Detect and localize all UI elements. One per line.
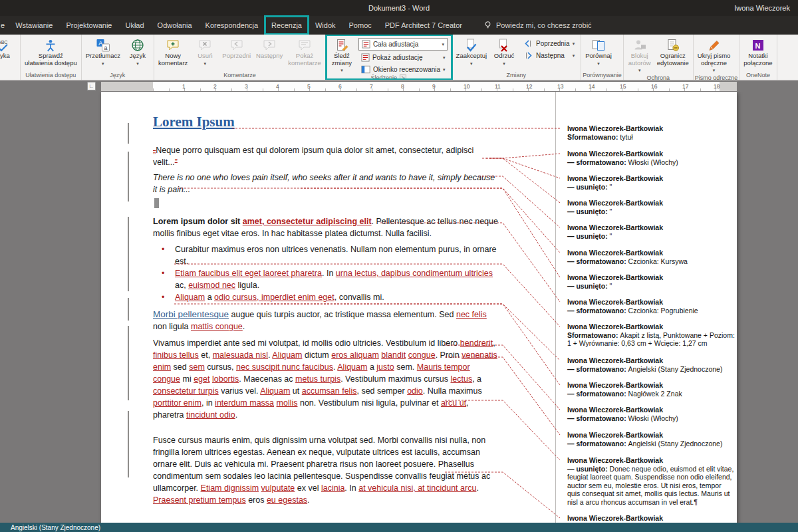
markup-sheet-icon — [361, 53, 370, 62]
tell-me-box[interactable]: Powiedz mi, co chcesz zrobić — [477, 16, 598, 35]
display-for-review-combo[interactable]: Cała adiustacja▾ — [358, 38, 448, 51]
tab-stop-selector[interactable]: ∟ — [87, 82, 96, 90]
tab-pomoc[interactable]: Pomoc — [342, 16, 378, 35]
changed-line-bar — [128, 152, 129, 201]
linked-notes-button[interactable]: NNotatkipołączone — [741, 35, 775, 70]
show-markup-button[interactable]: Pokaż adiustację▾ — [358, 52, 448, 63]
revision-balloon[interactable]: Iwona Wieczorek-Bartkowiak— usunięto: " — [567, 174, 735, 191]
ribbon-group-onenote: NNotatkipołączoneOneNote — [739, 35, 777, 80]
revision-balloon[interactable]: Iwona Wieczorek-Bartkowiak— usunięto: " — [567, 199, 735, 215]
ruler-number: 10 — [464, 83, 469, 90]
ruler-number: 1 — [182, 83, 186, 90]
revision-balloon[interactable]: Iwona Wieczorek-Bartkowiak— usunięto: " — [567, 273, 735, 290]
tab-home-partial[interactable]: e — [0, 16, 9, 35]
dropdown-arrow-icon: ▾ — [597, 61, 600, 68]
bullet-item: Etiam faucibus elit eget laoreet pharetr… — [153, 267, 498, 291]
horizontal-ruler[interactable]: 123456789101112131415161718 — [101, 82, 737, 91]
balloon-text: — sformatowano: Włoski (Włochy) — [567, 414, 735, 423]
spellcheck-icon: ABC — [0, 37, 11, 53]
revision-balloon[interactable]: Iwona Wieczorek-Bartkowiak— usunięto: Do… — [567, 456, 735, 506]
next-change-button[interactable]: Następna▾ — [521, 50, 577, 61]
reviewing-pane-button[interactable]: Okienko recenzowania▾ — [358, 64, 448, 74]
prev-comment-icon — [230, 37, 243, 53]
changed-line-bar — [128, 123, 129, 144]
balloon-author: Iwona Wieczorek-Bartkowiak — [567, 356, 735, 365]
revision-balloon[interactable]: Iwona Wieczorek-Bartkowiak— sformatowano… — [567, 249, 735, 265]
new-comment-button[interactable]: Nowykomentarz — [156, 35, 190, 70]
revision-balloon[interactable]: Iwona Wieczorek-Bartkowiak— sformatowano… — [567, 381, 735, 398]
revision-balloon[interactable]: Iwona Wieczorek-Bartkowiak— usunięto: " — [567, 223, 735, 240]
accept-icon — [465, 37, 478, 53]
balloon-text: Sformatowano: tytuł — [567, 133, 735, 142]
ribbon-group-proofing-partial: ABCtyka — [0, 35, 21, 80]
ruler-number: 17 — [682, 83, 688, 90]
revision-balloon[interactable]: Iwona Wieczorek-Bartkowiak— sformatowano… — [567, 406, 735, 422]
translate-icon: Aa — [96, 37, 110, 53]
hide-ink-icon — [708, 37, 721, 53]
revision-balloon[interactable]: Iwona Wieczorek-Bartkowiak— sformatowano… — [567, 514, 735, 523]
balloon-text: — usunięto: Donec neque odio, euismod et… — [567, 465, 735, 507]
show-comments-button[interactable]: Pokażkomentarze — [285, 35, 324, 70]
balloon-author: Iwona Wieczorek-Bartkowiak — [567, 514, 735, 523]
accept-button[interactable]: Zaakceptuj▾ — [454, 35, 489, 70]
dropdown-arrow-icon: ▾ — [503, 61, 505, 68]
group-label-compare: Porównywanie — [583, 70, 622, 80]
balloon-author: Iwona Wieczorek-Bartkowiak — [567, 381, 735, 390]
balloon-author: Iwona Wieczorek-Bartkowiak — [567, 223, 735, 232]
language-status[interactable]: Angielski (Stany Zjednoczone) — [11, 524, 100, 531]
show-comments-icon — [298, 37, 311, 53]
balloon-text: — usunięto: " — [567, 183, 735, 192]
block-authors-button[interactable]: Blokujautorów▾ — [625, 35, 654, 74]
revision-balloon[interactable]: Iwona Wieczorek-Bartkowiak— sformatowano… — [567, 298, 735, 315]
tab-list: eWstawianieProjektowanieUkładOdwołaniaKo… — [0, 16, 469, 35]
ruler-band: ∟ 123456789101112131415161718 — [0, 80, 798, 92]
tab-projektowanie[interactable]: Projektowanie — [59, 16, 118, 35]
ruler-number: 5 — [307, 83, 311, 90]
tab-wstawianie[interactable]: Wstawianie — [9, 16, 59, 35]
revision-balloon[interactable]: Iwona Wieczorek-BartkowiakSformatowano: … — [567, 323, 735, 348]
revision-balloon[interactable]: Iwona Wieczorek-BartkowiakSformatowano: … — [567, 124, 735, 141]
ruler-number: 7 — [370, 83, 373, 90]
new-comment-icon — [166, 37, 180, 53]
tab-korespondencja[interactable]: Korespondencja — [199, 16, 265, 35]
document-page: Lorem Ipsum„Neque porro quisquam est qui… — [101, 92, 737, 523]
balloon-author: Iwona Wieczorek-Bartkowiak — [567, 199, 735, 207]
ruler-number: 11 — [495, 83, 501, 90]
next-comment-button[interactable]: Następny — [253, 35, 285, 70]
previous-comment-button[interactable]: Poprzedni — [219, 35, 253, 70]
dropdown-arrow-icon: ▾ — [102, 61, 104, 68]
dropdown-arrow-icon: ▾ — [573, 53, 575, 59]
tab-pdf-architect-7-creator[interactable]: PDF Architect 7 Creator — [378, 16, 469, 35]
track-changes-button[interactable]: Śledźzmiany▾ — [327, 35, 356, 74]
restrict-editing-button[interactable]: Ograniczedytowanie — [654, 35, 692, 74]
spelling-grammar-partial-button[interactable]: ABCtyka — [0, 35, 19, 70]
translate-button[interactable]: AaPrzetłumacz▾ — [83, 35, 123, 70]
hide-ink-button[interactable]: Ukryj pismoodręczne▾ — [695, 35, 733, 74]
revision-balloon[interactable]: Iwona Wieczorek-Bartkowiak— sformatowano… — [567, 431, 735, 448]
block-authors-icon — [633, 37, 646, 53]
ribbon-group-accessibility: Sprawdźułatwienia dostępuUłatwienia dost… — [21, 35, 82, 80]
dialog-launcher-icon[interactable]: ↘ — [400, 74, 406, 80]
document-text[interactable]: Lorem Ipsum„Neque porro quisquam est qui… — [153, 116, 498, 510]
revision-balloon[interactable]: Iwona Wieczorek-Bartkowiak— sformatowano… — [567, 150, 735, 166]
dropdown-arrow-icon: ▾ — [340, 67, 343, 74]
tab-widok[interactable]: Widok — [309, 16, 342, 35]
balloon-text: — sformatowano: Angielski (Stany Zjednoc… — [567, 440, 735, 448]
globe-icon — [131, 37, 144, 53]
language-button[interactable]: Język▾ — [123, 35, 152, 70]
delete-comment-icon — [198, 37, 211, 53]
tab-uk-ad[interactable]: Układ — [118, 16, 150, 35]
revision-balloon[interactable]: Iwona Wieczorek-Bartkowiak— sformatowano… — [567, 356, 735, 373]
svg-text:a: a — [104, 45, 107, 51]
reject-button[interactable]: Odrzuć▾ — [489, 35, 519, 70]
delete-comment-button[interactable]: Usuń▾ — [190, 35, 219, 70]
ruler-number: 3 — [245, 83, 248, 90]
changed-line-bar — [128, 411, 129, 477]
previous-change-button[interactable]: Poprzednia▾ — [521, 38, 577, 49]
track-changes-icon — [335, 37, 348, 53]
check-accessibility-button[interactable]: Sprawdźułatwienia dostępu — [22, 35, 80, 70]
tab-recenzja[interactable]: Recenzja — [265, 16, 309, 35]
compare-button[interactable]: Porównaj▾ — [583, 35, 614, 70]
tab-odwo-ania[interactable]: Odwołania — [151, 16, 199, 35]
bullet-item: Curabitur maximus eros non ultrices vene… — [153, 243, 498, 267]
